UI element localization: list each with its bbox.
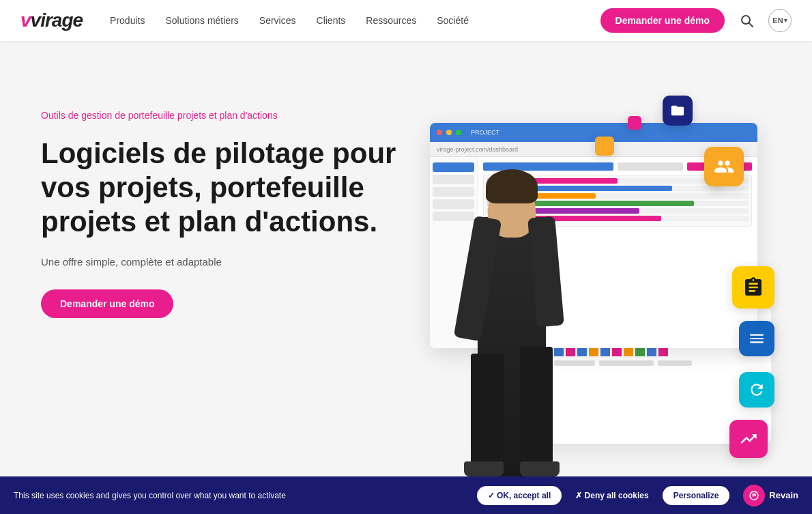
cookie-text: This site uses cookies and gives you con… xyxy=(14,491,463,500)
nav-services[interactable]: Services xyxy=(259,15,296,26)
hero-section: Outils de gestion de portefeuille projet… xyxy=(0,41,812,514)
logo[interactable]: vvirage xyxy=(20,10,83,31)
dash-dot-green xyxy=(456,130,461,135)
hero-title: Logiciels de pilotage pour vos projets, … xyxy=(41,137,409,240)
trend-icon xyxy=(729,420,768,458)
navbar-demo-button[interactable]: Demander une démo xyxy=(600,8,725,33)
revain-logo[interactable]: Revain xyxy=(743,485,798,506)
nav-links: Produits Solutions métiers Services Clie… xyxy=(110,15,600,26)
person-image xyxy=(437,142,587,476)
hero-demo-button[interactable]: Demander une démo xyxy=(41,289,173,318)
clipboard-icon xyxy=(732,266,774,309)
cookie-deny-button[interactable]: ✗ Deny all cookies xyxy=(575,491,648,500)
dash-dot-yellow xyxy=(446,130,452,135)
cookie-accept-button[interactable]: ✓ OK, accept all xyxy=(477,486,562,505)
square-yellow-icon xyxy=(595,137,614,156)
square-pink-icon xyxy=(628,116,641,130)
dash-title-text: PROJECT xyxy=(471,129,499,136)
svg-line-1 xyxy=(749,23,753,27)
navbar-right: Demander une démo EN ▾ xyxy=(600,8,792,33)
logo-text: vvirage xyxy=(20,10,83,31)
dash-dot-red xyxy=(437,130,442,135)
nav-solutions[interactable]: Solutions métiers xyxy=(165,15,238,26)
svg-point-0 xyxy=(742,16,750,24)
refresh-icon xyxy=(739,372,774,408)
nav-societe[interactable]: Société xyxy=(437,15,469,26)
cookie-personalize-button[interactable]: Personalize xyxy=(663,486,730,505)
cookie-banner: This site uses cookies and gives you con… xyxy=(0,476,812,514)
navbar: vvirage Produits Solutions métiers Servi… xyxy=(0,0,812,41)
revain-icon xyxy=(743,485,765,506)
revain-text: Revain xyxy=(769,490,798,500)
user-icon-float xyxy=(704,147,744,186)
lang-switcher[interactable]: EN ▾ xyxy=(768,9,792,32)
nav-produits[interactable]: Produits xyxy=(110,15,145,26)
nav-clients[interactable]: Clients xyxy=(317,15,346,26)
hero-description: Une offre simple, complète et adaptable xyxy=(41,256,409,268)
search-icon[interactable] xyxy=(736,10,757,31)
hero-subtitle: Outils de gestion de portefeuille projet… xyxy=(41,109,409,123)
hero-content: Outils de gestion de portefeuille projet… xyxy=(41,96,409,318)
nav-ressources[interactable]: Ressources xyxy=(366,15,416,26)
folder-icon xyxy=(663,96,693,126)
list-icon xyxy=(739,321,774,356)
dash-header: PROJECT xyxy=(430,123,757,142)
